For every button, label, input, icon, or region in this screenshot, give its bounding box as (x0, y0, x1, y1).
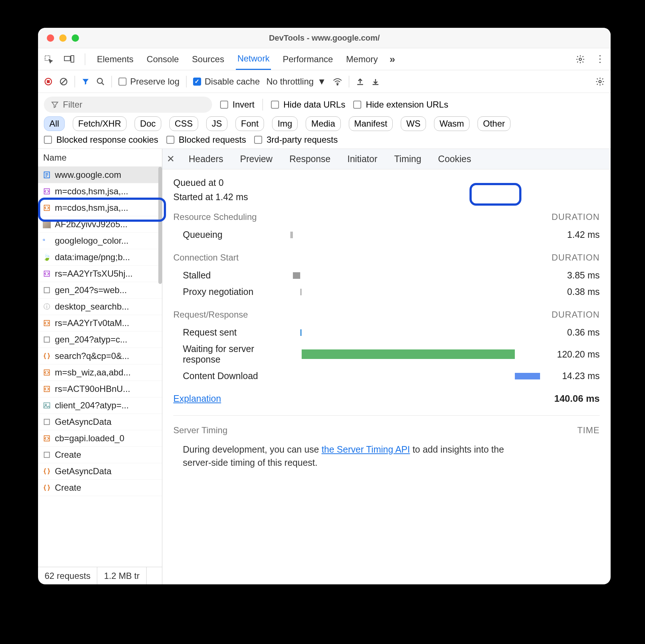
tab-console[interactable]: Console (145, 49, 180, 70)
request-name: googlelogo_color... (55, 236, 129, 246)
tab-network[interactable]: Network (236, 48, 271, 70)
maximize-window-button[interactable] (72, 34, 79, 42)
hide-ext-urls-checkbox[interactable]: Hide extension URLs (353, 100, 448, 110)
request-list-body[interactable]: www.google.comm=cdos,hsm,jsa,...m=cdos,h… (38, 167, 162, 567)
request-name: gen_204?s=web... (55, 285, 127, 295)
detail-tab-preview[interactable]: Preview (237, 150, 276, 168)
request-row[interactable]: Ggooglelogo_color... (38, 233, 162, 249)
file-icon: G (42, 236, 51, 245)
svg-rect-1 (64, 56, 70, 61)
type-pill-fetch-xhr[interactable]: Fetch/XHR (73, 116, 127, 131)
detail-tab-initiator[interactable]: Initiator (344, 150, 380, 168)
request-row[interactable]: client_204?atyp=... (38, 397, 162, 414)
request-name: GetAsyncData (55, 466, 112, 476)
request-row[interactable]: rs=ACT90oHBnU... (38, 381, 162, 397)
search-icon[interactable] (96, 77, 105, 86)
request-row[interactable]: cb=gapi.loaded_0 (38, 430, 162, 447)
type-pill-ws[interactable]: WS (401, 116, 426, 131)
detail-tab-cookies[interactable]: Cookies (435, 150, 474, 168)
type-pill-font[interactable]: Font (235, 116, 264, 131)
request-name: desktop_searchb... (55, 302, 129, 312)
request-row[interactable]: GetAsyncData (38, 414, 162, 430)
tab-elements[interactable]: Elements (95, 49, 135, 70)
type-pill-all[interactable]: All (44, 116, 65, 131)
kebab-icon[interactable]: ⋮ (595, 53, 605, 65)
detail-tab-timing[interactable]: Timing (391, 150, 424, 168)
explanation-link[interactable]: Explanation (173, 393, 221, 404)
type-pill-other[interactable]: Other (478, 116, 510, 131)
request-row[interactable]: Create (38, 480, 162, 496)
inspect-icon[interactable] (44, 55, 53, 64)
request-row[interactable]: gen_204?s=web... (38, 282, 162, 299)
close-window-button[interactable] (47, 34, 54, 42)
window-title: DevTools - www.google.com/ (269, 33, 380, 43)
started-at: Started at 1.42 ms (173, 192, 600, 202)
timing-duration: 1.42 ms (541, 229, 600, 240)
request-name: m=cdos,hsm,jsa,... (55, 203, 128, 213)
request-row[interactable]: Create (38, 447, 162, 463)
type-pill-js[interactable]: JS (206, 116, 227, 131)
blocked-requests-checkbox[interactable]: Blocked requests (166, 135, 246, 145)
server-timing-api-link[interactable]: the Server Timing API (321, 444, 410, 454)
request-name: data:image/png;b... (55, 252, 130, 262)
tab-performance[interactable]: Performance (281, 49, 334, 70)
request-row[interactable]: AF2bZyivvJ92o5... (38, 216, 162, 233)
request-row[interactable]: rs=AA2YrTsXU5hj... (38, 266, 162, 282)
device-icon[interactable] (64, 55, 75, 64)
request-row[interactable]: ⓘdesktop_searchb... (38, 299, 162, 315)
timing-duration: 14.23 ms (541, 371, 600, 381)
detail-tab-headers[interactable]: Headers (186, 150, 226, 168)
request-row[interactable]: gen_204?atyp=c... (38, 332, 162, 348)
request-row[interactable]: m=cdos,hsm,jsa,... (38, 183, 162, 200)
request-row[interactable]: rs=AA2YrTv0taM... (38, 315, 162, 332)
type-pill-doc[interactable]: Doc (135, 116, 161, 131)
tab-sources[interactable]: Sources (191, 49, 226, 70)
type-pill-wasm[interactable]: Wasm (434, 116, 469, 131)
blocked-response-cookies-checkbox[interactable]: Blocked response cookies (44, 135, 158, 145)
status-requests: 62 requests (38, 567, 97, 584)
more-tabs-icon[interactable]: » (389, 53, 395, 65)
filter-bar: Filter Invert Hide data URLs Hide extens… (38, 93, 611, 149)
request-row[interactable]: m=sb_wiz,aa,abd... (38, 364, 162, 381)
timing-label: Request sent (173, 327, 290, 338)
duration-header: DURATION (551, 212, 600, 222)
scrollbar-thumb[interactable] (158, 167, 162, 284)
type-pill-manifest[interactable]: Manifest (349, 116, 393, 131)
timing-body: Queued at 0 Started at 1.42 ms Resource … (162, 169, 611, 584)
filter-input[interactable]: Filter (44, 97, 212, 113)
file-icon: ⓘ (42, 302, 51, 311)
throttling-select[interactable]: No throttling▼ (266, 76, 326, 87)
tab-memory[interactable]: Memory (345, 49, 380, 70)
server-timing-col: TIME (577, 425, 600, 435)
minimize-window-button[interactable] (59, 34, 67, 42)
list-header-name[interactable]: Name (38, 149, 162, 167)
hide-data-urls-checkbox[interactable]: Hide data URLs (271, 100, 345, 110)
svg-point-11 (599, 80, 601, 83)
request-name: gen_204?atyp=c... (55, 334, 127, 345)
download-icon[interactable] (371, 77, 380, 86)
type-pill-img[interactable]: Img (272, 116, 298, 131)
detail-tab-response[interactable]: Response (286, 150, 333, 168)
third-party-checkbox[interactable]: 3rd-party requests (254, 135, 338, 145)
network-settings-icon[interactable] (595, 77, 605, 86)
status-transfer: 1.2 MB tr (97, 567, 146, 584)
preserve-log-checkbox[interactable]: Preserve log (118, 76, 180, 87)
request-row[interactable]: GetAsyncData (38, 463, 162, 480)
settings-icon[interactable] (576, 55, 585, 64)
request-name: m=cdos,hsm,jsa,... (55, 186, 128, 196)
close-detail-icon[interactable]: ✕ (167, 153, 175, 165)
request-row[interactable]: www.google.com (38, 167, 162, 183)
invert-checkbox[interactable]: Invert (220, 100, 254, 110)
request-row[interactable]: search?q&cp=0&... (38, 348, 162, 364)
request-row[interactable]: 🍃data:image/png;b... (38, 249, 162, 266)
disable-cache-checkbox[interactable]: ✓Disable cache (193, 76, 260, 87)
clear-icon[interactable] (59, 77, 68, 86)
filter-icon[interactable] (82, 78, 90, 86)
type-pill-media[interactable]: Media (306, 116, 340, 131)
request-row[interactable]: m=cdos,hsm,jsa,... (38, 200, 162, 216)
request-name: search?q&cp=0&... (55, 351, 129, 361)
type-pill-css[interactable]: CSS (169, 116, 198, 131)
record-icon[interactable] (44, 77, 53, 86)
wifi-icon[interactable] (333, 78, 342, 86)
upload-icon[interactable] (356, 77, 365, 86)
